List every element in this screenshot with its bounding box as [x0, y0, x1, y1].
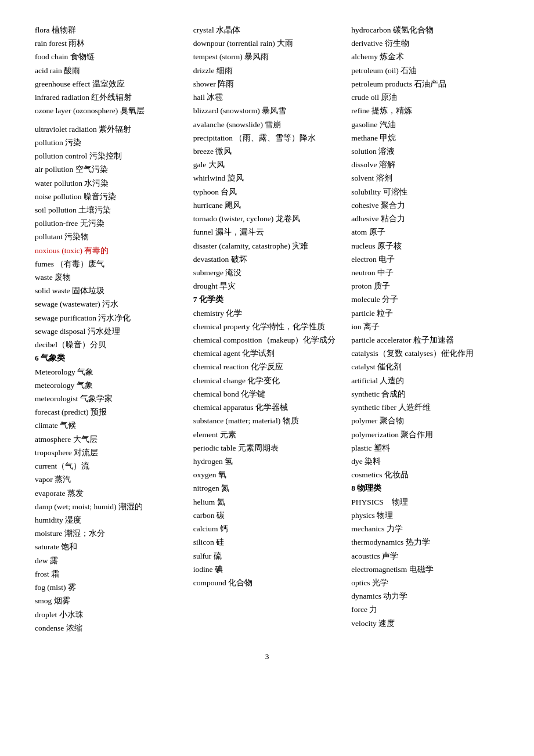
list-item: solid waste 固体垃圾 [35, 284, 183, 297]
list-item: food chain 食物链 [35, 50, 183, 63]
section-title: 8 物理类 [351, 481, 499, 495]
list-item: shower 阵雨 [193, 77, 341, 91]
list-item: crude oil 原油 [351, 91, 499, 104]
list-item: iodine 碘 [193, 563, 341, 576]
list-item: condense 浓缩 [35, 621, 183, 635]
list-item: smog 烟雾 [35, 594, 183, 607]
list-item: catalysis（复数 catalyses）催化作用 [351, 347, 499, 360]
list-item: electron 电子 [351, 253, 499, 266]
list-item: water pollution 水污染 [35, 177, 183, 190]
list-item: drizzle 细雨 [193, 64, 341, 77]
list-item: disaster (calamity, catastrophe) 灾难 [193, 239, 341, 253]
list-item: petroleum products 石油产品 [351, 77, 499, 91]
list-item: fog (mist) 雾 [35, 581, 183, 594]
list-item: plastic 塑料 [351, 441, 499, 455]
list-item: acoustics 声学 [351, 549, 499, 563]
list-item: hurricane 飓风 [193, 199, 341, 212]
list-item: meteorology 气象 [35, 379, 183, 392]
list-item: particle 粒子 [351, 307, 499, 320]
list-item: avalanche (snowslide) 雪崩 [193, 118, 341, 131]
list-item: crystal 水晶体 [193, 23, 341, 37]
list-item: solubility 可溶性 [351, 185, 499, 199]
list-item: pollution control 污染控制 [35, 149, 183, 163]
list-item: flora 植物群 [35, 23, 183, 37]
list-item: chemical bond 化学键 [193, 387, 341, 401]
list-item: blizzard (snowstorm) 暴风雪 [193, 104, 341, 117]
list-item: alchemy 炼金术 [351, 50, 499, 63]
list-item: thermodynamics 热力学 [351, 535, 499, 549]
list-item: droplet 小水珠 [35, 608, 183, 621]
list-item: artificial 人造的 [351, 374, 499, 387]
list-item: forecast (predict) 预报 [35, 405, 183, 419]
list-item: chemistry 化学 [193, 307, 341, 320]
list-item: physics 物理 [351, 509, 499, 522]
list-item: force 力 [351, 603, 499, 616]
list-item: waste 废物 [35, 271, 183, 284]
list-item: funnel 漏斗，漏斗云 [193, 225, 341, 239]
list-item: ultraviolet radiation 紫外辐射 [35, 123, 183, 136]
list-item: submerge 淹没 [193, 266, 341, 279]
list-item: atom 原子 [351, 225, 499, 239]
list-item: molecule 分子 [351, 293, 499, 306]
list-item: calcium 钙 [193, 522, 341, 535]
list-item: acid rain 酸雨 [35, 64, 183, 77]
list-item: particle accelerator 粒子加速器 [351, 333, 499, 347]
list-item: pollution 污染 [35, 136, 183, 149]
list-item: tornado (twister, cyclone) 龙卷风 [193, 212, 341, 225]
list-item: noxious (toxic) 有毒的 [35, 244, 183, 257]
list-item: current（气）流 [35, 459, 183, 473]
list-item: pollution-free 无污染 [35, 217, 183, 230]
list-item: synthetic 合成的 [351, 387, 499, 401]
list-item: synthetic fiber 人造纤维 [351, 401, 499, 414]
list-item: noise pollution 噪音污染 [35, 190, 183, 203]
list-item: troposphere 对流层 [35, 446, 183, 459]
list-item: dye 染料 [351, 455, 499, 468]
list-item: ozone layer (ozonosphere) 臭氧层 [35, 104, 183, 117]
list-item: cosmetics 化妆品 [351, 468, 499, 481]
list-item: chemical composition（makeup）化学成分 [193, 333, 341, 347]
list-item: petroleum (oil) 石油 [351, 64, 499, 77]
list-item: nucleus 原子核 [351, 239, 499, 253]
list-item: sewage disposal 污水处理 [35, 325, 183, 338]
spacer [35, 118, 183, 123]
list-item: chemical reaction 化学反应 [193, 360, 341, 373]
list-item: chemical change 化学变化 [193, 374, 341, 387]
list-item: hail 冰雹 [193, 91, 341, 104]
list-item: atmosphere 大气层 [35, 433, 183, 446]
list-item: soil pollution 土壤污染 [35, 203, 183, 217]
list-item: air pollution 空气污染 [35, 163, 183, 176]
list-item: refine 提炼，精炼 [351, 104, 499, 117]
list-item: polymerization 聚合作用 [351, 428, 499, 441]
list-item: rain forest 雨林 [35, 37, 183, 50]
list-item: proton 质子 [351, 279, 499, 293]
list-item: devastation 破坏 [193, 253, 341, 266]
list-item: periodic table 元素周期表 [193, 441, 341, 455]
list-item: derivative 衍生物 [351, 37, 499, 50]
page-container: flora 植物群rain forest 雨林food chain 食物链aci… [35, 23, 499, 661]
list-item: sewage purification 污水净化 [35, 311, 183, 325]
list-item: adhesive 粘合力 [351, 212, 499, 225]
list-item: whirlwind 旋风 [193, 171, 341, 185]
list-item: dynamics 动力学 [351, 589, 499, 603]
list-item: substance (matter; material) 物质 [193, 414, 341, 427]
list-item: gasoline 汽油 [351, 118, 499, 131]
list-item: greenhouse effect 温室效应 [35, 77, 183, 91]
list-item: humidity 湿度 [35, 513, 183, 527]
list-item: velocity 速度 [351, 617, 499, 630]
page-number: 3 [35, 652, 499, 661]
column-1: flora 植物群rain forest 雨林food chain 食物链aci… [35, 23, 193, 635]
list-item: carbon 碳 [193, 509, 341, 522]
list-item: evaporate 蒸发 [35, 487, 183, 500]
list-item: dissolve 溶解 [351, 158, 499, 171]
list-item: oxygen 氧 [193, 468, 341, 481]
list-item: element 元素 [193, 428, 341, 441]
list-item: solution 溶液 [351, 145, 499, 158]
list-item: sulfur 硫 [193, 549, 341, 563]
list-item: frost 霜 [35, 567, 183, 581]
list-item: meteorologist 气象学家 [35, 392, 183, 405]
column-3: hydrocarbon 碳氢化合物derivative 衍生物alchemy 炼… [351, 23, 499, 635]
list-item: precipitation （雨、露、雪等）降水 [193, 131, 341, 145]
list-item: hydrogen 氢 [193, 455, 341, 468]
list-item: cohesive 聚合力 [351, 199, 499, 212]
list-item: catalyst 催化剂 [351, 360, 499, 373]
